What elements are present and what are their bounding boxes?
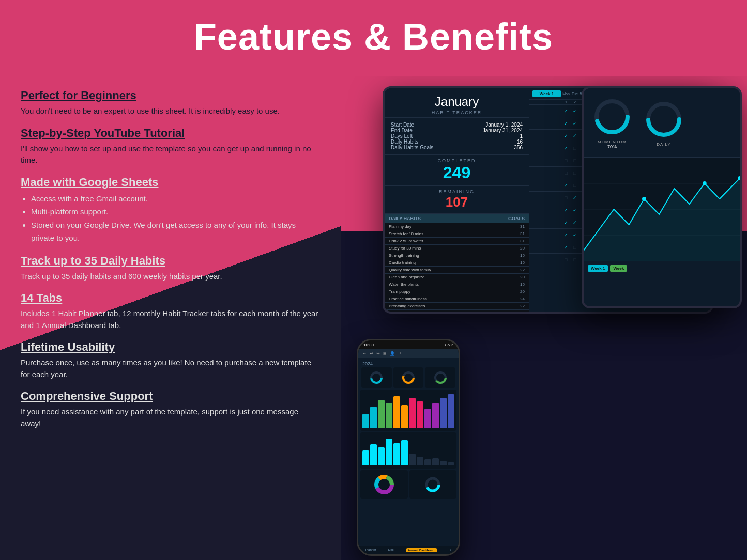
- bar2-1: [362, 450, 369, 465]
- momentum-chart: MOMENTUM 70%: [591, 96, 633, 149]
- page-header: Features & Benefits: [0, 0, 747, 76]
- undo-icon[interactable]: ↩: [370, 351, 373, 356]
- phone-donut-3: [425, 367, 455, 388]
- tracker-stats: Start Date January 1, 2024 End Date Janu…: [385, 118, 529, 155]
- feature-google-sheets: Made with Google Sheets Access with a fr…: [21, 176, 321, 245]
- feature-google-sheets-bullets: Access with a free Gmail account. Multi-…: [21, 192, 321, 245]
- grid-icon[interactable]: ⊞: [383, 351, 387, 356]
- habit-row-7: Quality time with family22: [385, 267, 529, 274]
- stat-daily-goals: Daily Habits Goals 356: [391, 145, 523, 150]
- feature-google-sheets-title: Made with Google Sheets: [21, 176, 321, 189]
- bullet-3: Stored on your Google Drive. We don't ge…: [31, 219, 321, 245]
- tab-annual-dashboard[interactable]: Annual Dashboard: [406, 548, 437, 552]
- tablet-stats-panel: January - HABIT TRACKER - Start Date Jan…: [385, 88, 529, 314]
- feature-daily-habits-desc: Track up to 35 daily habits and 600 week…: [21, 271, 321, 283]
- phone-donut-1: [361, 367, 392, 388]
- bar-2: [370, 407, 377, 428]
- donut-charts-row: MOMENTUM 70% DAILY: [584, 88, 740, 158]
- habit-row-2: Stretch for 10 mins31: [385, 230, 529, 238]
- feature-lifetime: Lifetime Usability Purchase once, use as…: [21, 340, 321, 380]
- bar2-2: [370, 444, 377, 465]
- right-chart-panel: MOMENTUM 70% DAILY: [582, 86, 742, 308]
- completed-section: COMPLETED 249: [385, 155, 529, 186]
- feature-support-desc: If you need assistance with any part of …: [21, 406, 321, 429]
- tab-add[interactable]: +: [450, 548, 452, 552]
- phone-battery: 85%: [445, 343, 453, 347]
- completed-label: COMPLETED: [389, 158, 525, 163]
- remaining-label: REMAINING: [389, 189, 525, 194]
- mini-week-headers: Week 1 Week: [588, 265, 736, 272]
- phone-bar-chart: [360, 390, 456, 431]
- stat-days-left: Days Left 1: [391, 133, 523, 139]
- bar-7: [409, 398, 416, 428]
- feature-daily-habits: Track up to 35 Daily Habits Track up to …: [21, 254, 321, 283]
- tab-dec[interactable]: Dec: [388, 548, 394, 552]
- feature-daily-habits-title: Track up to 35 Daily Habits: [21, 254, 321, 268]
- bar2-3: [378, 447, 385, 465]
- main-content: Perfect for Beginners You don't need to …: [0, 76, 747, 560]
- phone-mockup: 10:30 85% ← ↩ ↪ ⊞ 👤 ⋮ 2024: [357, 339, 460, 556]
- habit-row-4: Study for 30 mins20: [385, 245, 529, 252]
- habit-row-12: Breathing exercises22: [385, 303, 529, 310]
- tab-planner[interactable]: Planner: [365, 548, 376, 552]
- phone-donuts: [360, 367, 456, 388]
- bar-4: [386, 403, 392, 428]
- habit-row-8: Clean and organize20: [385, 274, 529, 281]
- bar-5: [393, 396, 400, 428]
- phone-tabs: Planner Dec Annual Dashboard +: [358, 546, 459, 554]
- mini-week2: Week: [610, 265, 627, 272]
- bar2-8: [417, 457, 423, 465]
- bar-1: [362, 414, 369, 428]
- bar-12: [448, 394, 454, 428]
- habits-header: DAILY HABITS GOALS: [385, 214, 529, 223]
- more-icon[interactable]: ⋮: [398, 351, 402, 356]
- phone-bottom-charts: [360, 470, 456, 499]
- momentum-label: MOMENTUM: [591, 139, 633, 144]
- bar-11: [440, 398, 447, 428]
- devices-panel: January - HABIT TRACKER - Start Date Jan…: [341, 76, 747, 560]
- bullet-2: Multi-platform support.: [31, 205, 321, 219]
- completed-value: 249: [389, 163, 525, 182]
- phone-status-bar: 10:30 85%: [358, 340, 459, 349]
- bar-10: [432, 403, 439, 428]
- feature-lifetime-desc: Purchase once, use as many times as you …: [21, 357, 321, 380]
- tracker-subtitle: - HABIT TRACKER -: [390, 110, 524, 115]
- daily-habits-label: DAILY HABITS: [389, 216, 421, 221]
- momentum-donut-svg: [591, 96, 633, 137]
- line-chart-svg: [584, 158, 740, 261]
- daily-label: DAILY: [643, 142, 684, 147]
- redo-icon[interactable]: ↪: [376, 351, 380, 356]
- tracker-month: January: [390, 95, 524, 109]
- feature-tabs: 14 Tabs Includes 1 Habit Planner tab, 12…: [21, 291, 321, 331]
- svg-marker-7: [584, 178, 740, 261]
- stat-daily-habits: Daily Habits 16: [391, 139, 523, 145]
- week-mini-grid: Week 1 Week: [584, 261, 740, 278]
- line-chart: [584, 158, 740, 261]
- bar2-10: [432, 458, 439, 466]
- mini-week1: Week 1: [588, 265, 608, 272]
- feature-beginners-desc: You don't need to be an expert to use th…: [21, 105, 321, 117]
- habit-row-11: Practice mindfulness24: [385, 295, 529, 303]
- goals-label: GOALS: [508, 216, 525, 221]
- features-content: Perfect for Beginners You don't need to …: [0, 76, 341, 560]
- stat-end-date: End Date January 31, 2024: [391, 128, 523, 133]
- back-icon[interactable]: ←: [362, 351, 367, 356]
- remaining-section: REMAINING 107: [385, 186, 529, 214]
- bar-3: [378, 400, 385, 428]
- week1-header: Week 1: [532, 90, 561, 97]
- feature-support-title: Comprehensive Support: [21, 390, 321, 403]
- phone-bar-chart-2: [360, 432, 456, 469]
- feature-tabs-title: 14 Tabs: [21, 291, 321, 305]
- bar2-5: [393, 443, 400, 466]
- phone-time: 10:30: [363, 343, 374, 347]
- feature-support: Comprehensive Support If you need assist…: [21, 390, 321, 429]
- svg-point-9: [703, 181, 707, 185]
- person-icon[interactable]: 👤: [390, 351, 395, 356]
- bar2-9: [424, 459, 431, 465]
- phone-content-area: 2024: [358, 358, 459, 501]
- phone-year: 2024: [360, 360, 456, 367]
- bullet-1: Access with a free Gmail account.: [31, 192, 321, 206]
- daily-donut-svg: [643, 99, 684, 140]
- phone-nav: ← ↩ ↪ ⊞ 👤 ⋮: [358, 349, 459, 358]
- phone-pie-chart: [360, 470, 408, 499]
